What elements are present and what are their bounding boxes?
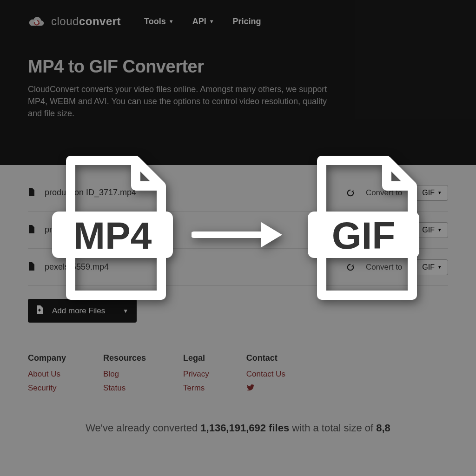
footer-link-twitter[interactable] xyxy=(246,383,285,394)
chevron-down-icon: ▾ xyxy=(438,227,441,233)
footer: Company About Us Security Resources Blog… xyxy=(0,337,476,399)
file-icon xyxy=(28,262,35,272)
file-name: production ID_3717.mp4 xyxy=(45,188,337,198)
file-row: pexels-5559.mp4 Convert to GIF ▾ xyxy=(28,249,448,286)
file-name: pexels-5559.mp4 xyxy=(45,262,337,272)
footer-link-terms[interactable]: Terms xyxy=(183,383,209,393)
footer-link-contact[interactable]: Contact Us xyxy=(246,370,285,379)
refresh-icon[interactable] xyxy=(346,226,355,234)
nav-items: Tools ▼ API ▼ Pricing xyxy=(144,17,261,26)
format-select[interactable]: GIF ▾ xyxy=(415,259,448,275)
chevron-down-icon: ▼ xyxy=(209,19,214,24)
footer-heading: Resources xyxy=(103,353,146,363)
cloud-icon xyxy=(28,15,46,28)
format-select[interactable]: GIF ▾ xyxy=(415,222,448,238)
add-more-label: Add more Files xyxy=(52,306,105,316)
brand-text: cloudconvert xyxy=(51,15,121,28)
add-more-files-button[interactable]: Add more Files ▼ xyxy=(28,299,137,323)
chevron-down-icon: ▼ xyxy=(169,19,174,24)
brand-logo[interactable]: cloudconvert xyxy=(28,15,121,28)
stats-size: 8,8 xyxy=(376,422,390,434)
nav-api-label: API xyxy=(192,17,206,26)
file-icon xyxy=(28,188,35,198)
nav-pricing[interactable]: Pricing xyxy=(233,17,261,26)
file-row: production ID_1107.mp4 Convert to GIF ▾ xyxy=(28,212,448,249)
format-value: GIF xyxy=(422,226,435,234)
convert-to-label: Convert to xyxy=(366,225,402,235)
stats-line: We've already converted 1,136,191,692 fi… xyxy=(0,422,476,434)
chevron-down-icon: ▾ xyxy=(438,190,441,196)
footer-heading: Legal xyxy=(183,353,209,363)
footer-heading: Company xyxy=(28,353,66,363)
nav-pricing-label: Pricing xyxy=(233,17,261,26)
file-name: production ID_1107.mp4 xyxy=(45,225,337,235)
footer-col-legal: Legal Privacy Terms xyxy=(183,353,209,399)
footer-link-status[interactable]: Status xyxy=(103,383,146,393)
format-value: GIF xyxy=(422,263,435,271)
refresh-icon[interactable] xyxy=(346,263,355,271)
nav-tools-label: Tools xyxy=(144,17,166,26)
chevron-down-icon: ▼ xyxy=(123,308,128,314)
refresh-icon[interactable] xyxy=(346,189,355,197)
footer-col-contact: Contact Contact Us xyxy=(246,353,285,399)
footer-link-privacy[interactable]: Privacy xyxy=(183,370,209,379)
footer-link-blog[interactable]: Blog xyxy=(103,370,146,379)
twitter-icon xyxy=(246,383,255,392)
file-plus-icon xyxy=(36,305,44,316)
nav-tools[interactable]: Tools ▼ xyxy=(144,17,174,26)
top-nav: cloudconvert Tools ▼ API ▼ Pricing xyxy=(0,0,476,33)
format-select[interactable]: GIF ▾ xyxy=(415,185,448,201)
nav-api[interactable]: API ▼ xyxy=(192,17,214,26)
page-description: CloudConvert converts your video files o… xyxy=(28,83,335,119)
footer-col-resources: Resources Blog Status xyxy=(103,353,146,399)
chevron-down-icon: ▾ xyxy=(438,264,441,270)
footer-link-about[interactable]: About Us xyxy=(28,370,66,379)
file-list: production ID_3717.mp4 Convert to GIF ▾ … xyxy=(0,165,476,337)
convert-to-label: Convert to xyxy=(366,263,402,272)
hero-section: cloudconvert Tools ▼ API ▼ Pricing MP4 t… xyxy=(0,0,476,165)
convert-to-label: Convert to xyxy=(366,188,402,198)
footer-heading: Contact xyxy=(246,353,285,363)
footer-col-company: Company About Us Security xyxy=(28,353,66,399)
file-row: production ID_3717.mp4 Convert to GIF ▾ xyxy=(28,174,448,212)
stats-mid: with a total size of xyxy=(289,422,376,434)
page-title: MP4 to GIF Converter xyxy=(28,57,335,77)
file-icon xyxy=(28,225,35,235)
footer-link-security[interactable]: Security xyxy=(28,383,66,393)
hero-body: MP4 to GIF Converter CloudConvert conver… xyxy=(0,33,363,119)
stats-prefix: We've already converted xyxy=(86,422,200,434)
format-value: GIF xyxy=(422,189,435,197)
stats-count: 1,136,191,692 files xyxy=(200,422,289,434)
